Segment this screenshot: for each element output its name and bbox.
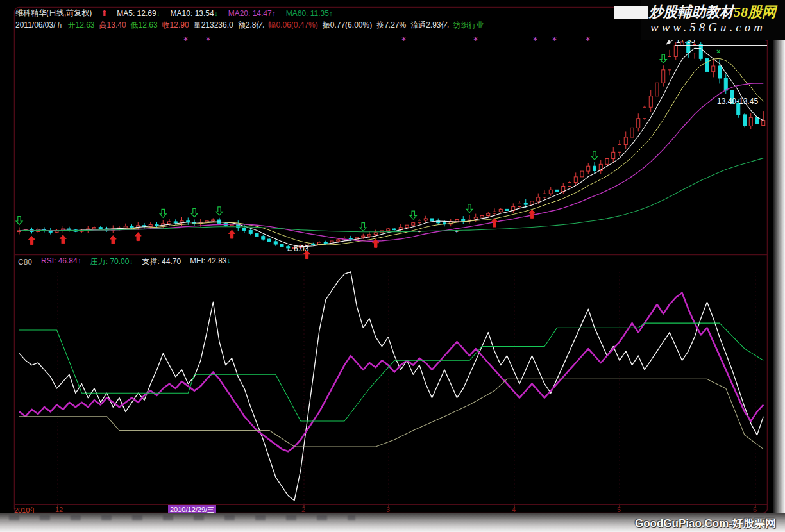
- ma-values-row: MA5: 12.69↓MA10: 13.54↓MA20: 14.47↑MA60:…: [117, 9, 333, 18]
- annotation-last-price-range: 13.40-13.45: [717, 97, 758, 106]
- page-edge-right: [773, 0, 785, 532]
- quote-info-row: 2011/06/03/五开12.63高13.40低12.63收12.90量213…: [15, 20, 484, 31]
- indicator-value-2: 支撑: 44.70: [142, 256, 181, 267]
- up-arrow-icon: ⬆: [101, 8, 108, 18]
- header-line1: 维科精华(日线,前复权) ⬆ MA5: 12.69↓MA10: 13.54↓MA…: [15, 8, 333, 19]
- watermark-title: 炒股輔助教材58股网: [649, 3, 776, 22]
- quote-field-4: 收12.90: [162, 20, 189, 31]
- quote-field-1: 开12.63: [68, 20, 95, 31]
- quote-field-8: 振0.77(6.00%): [323, 20, 372, 31]
- indicator-values-row: RSI: 46.84↑压力: 70.00↓支撑: 44.70MFI: 42.83…: [41, 256, 230, 267]
- stock-title: 维科精华(日线,前复权): [15, 8, 92, 19]
- indicator-value-1-arrow-icon: ↓: [129, 257, 133, 266]
- watermark-url: www.58Gu.com: [650, 21, 766, 35]
- quote-field-7: 幅0.06(0.47%): [268, 20, 317, 31]
- quote-field-10: 流通2.93亿: [410, 20, 448, 31]
- ma-value-1-arrow-icon: ↓: [214, 9, 218, 18]
- indicator-header: C80 RSI: 46.84↑压力: 70.00↓支撑: 44.70MFI: 4…: [18, 256, 230, 267]
- ma-value-0: MA5: 12.69↓: [117, 9, 160, 18]
- quote-field-6: 额2.8亿: [238, 20, 264, 31]
- indicator-value-0: RSI: 46.84↑: [41, 256, 81, 267]
- indicator-value-3-arrow-icon: ↓: [226, 256, 230, 265]
- quote-field-5: 量213236.0: [194, 20, 233, 31]
- svg-text:+: +: [418, 229, 421, 235]
- footer-brand: GoodGuPiao.Com-好股票网: [635, 516, 776, 531]
- indicator-value-1: 压力: 70.00↓: [90, 256, 133, 267]
- ma-value-3-arrow-icon: ↑: [329, 9, 333, 18]
- indicator-value-0-arrow-icon: ↑: [78, 256, 81, 265]
- watermark-title-white: 炒股輔助教材: [649, 4, 734, 20]
- white-patch: [614, 6, 648, 19]
- ma-value-3: MA60: 11.35↑: [286, 9, 333, 18]
- ma-value-0-arrow-icon: ↓: [156, 9, 160, 18]
- svg-text:∗: ∗: [585, 35, 591, 42]
- svg-text:∗: ∗: [401, 35, 407, 42]
- quote-field-2: 高13.40: [99, 20, 126, 31]
- ma-value-2: MA20: 14.47↑: [228, 9, 276, 18]
- stock-chart-window: ++×∗∗∗∗∗∗∗∗ 维科精华(日线,前复权) ⬆ MA5: 12.69↓MA…: [0, 0, 785, 532]
- svg-text:∗: ∗: [473, 35, 478, 42]
- svg-text:×: ×: [716, 47, 720, 55]
- svg-text:+: +: [455, 229, 459, 235]
- indicator-value-3: MFI: 42.83↓: [190, 256, 230, 267]
- quote-field-9: 换7.27%: [376, 20, 406, 31]
- svg-text:∗: ∗: [205, 35, 211, 42]
- svg-text:∗: ∗: [532, 35, 538, 42]
- svg-text:∗: ∗: [552, 35, 557, 42]
- quote-field-0: 2011/06/03/五: [15, 20, 63, 31]
- footer-ghost-text: [9, 515, 355, 520]
- ma-value-1: MA10: 13.54↓: [171, 9, 218, 18]
- indicator-name: C80: [18, 258, 32, 267]
- annotation-low-price: ←6.03: [286, 244, 308, 253]
- quote-field-11: 纺织行业: [453, 20, 484, 31]
- quote-field-3: 低12.63: [131, 20, 158, 31]
- ma-value-2-arrow-icon: ↑: [272, 9, 276, 18]
- svg-text:∗: ∗: [183, 35, 189, 42]
- watermark-title-yellow: 58股网: [734, 4, 776, 20]
